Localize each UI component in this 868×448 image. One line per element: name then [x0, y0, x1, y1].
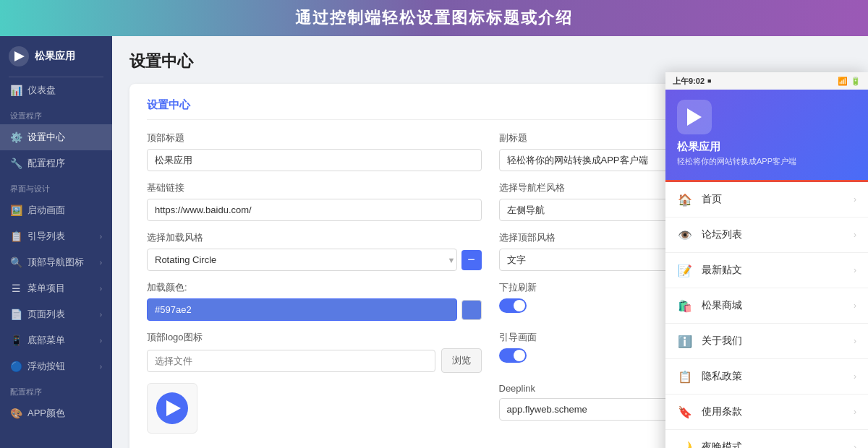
- sidebar-item-guide[interactable]: 📋 引导列表 ›: [0, 223, 112, 249]
- nav-chevron: ›: [100, 259, 102, 267]
- sidebar-item-app-color[interactable]: 🎨 APP颜色: [0, 400, 112, 426]
- sidebar-item-label-nav: 顶部导航图标: [27, 256, 84, 269]
- phone-menu-item-about[interactable]: ℹ️ 关于我们 ›: [665, 324, 868, 359]
- form-group-logo: 顶部logo图标 浏览: [147, 331, 482, 373]
- phone-post-icon: 📝: [677, 262, 693, 278]
- sidebar-item-label-configure: 配置程序: [27, 157, 65, 170]
- splash-icon: 🖼️: [10, 204, 22, 216]
- bottom-chevron: ›: [100, 337, 102, 345]
- sidebar-item-page-list[interactable]: 📄 页面列表 ›: [0, 301, 112, 327]
- phone-terms-label: 使用条款: [702, 405, 845, 418]
- phone-menu-item-forum[interactable]: 👁️ 论坛列表 ›: [665, 217, 868, 253]
- banner-text: 通过控制端轻松设置图标标题或介绍: [295, 7, 573, 29]
- sidebar-item-nav-icon[interactable]: 🔍 顶部导航图标 ›: [0, 249, 112, 275]
- sidebar-item-label-float: 浮动按钮: [27, 360, 65, 373]
- sidebar-item-label-dashboard: 仪表盘: [27, 84, 56, 97]
- section-label-settings: 设置程序: [0, 103, 112, 124]
- float-chevron: ›: [100, 363, 102, 371]
- phone-home-icon: 🏠: [677, 191, 693, 207]
- top-title-input[interactable]: [147, 149, 482, 171]
- sidebar-item-label-color: APP颜色: [27, 407, 65, 420]
- guide-icon: 📋: [10, 231, 22, 242]
- guide-toggle[interactable]: [499, 348, 527, 363]
- sidebar-item-dashboard[interactable]: 📊 仪表盘: [0, 77, 112, 103]
- bottom-menu-icon: 📱: [10, 335, 22, 346]
- color-input[interactable]: [147, 298, 457, 321]
- color-input-wrapper: [147, 298, 482, 321]
- phone-night-icon: 🌙: [677, 439, 693, 448]
- menu-icon: ☰: [10, 283, 22, 294]
- top-banner: 通过控制端轻松设置图标标题或介绍: [0, 0, 868, 36]
- load-style-select[interactable]: Rotating Circle: [147, 249, 457, 271]
- phone-privacy-label: 隐私政策: [702, 370, 845, 383]
- logo-preview: [147, 383, 197, 434]
- sidebar-item-splash[interactable]: 🖼️ 启动画面: [0, 197, 112, 223]
- settings-icon: ⚙️: [10, 132, 22, 143]
- file-input[interactable]: [147, 350, 435, 372]
- phone-night-label: 夜晚模式: [702, 441, 845, 448]
- phone-privacy-chevron: ›: [854, 371, 856, 382]
- form-group-load-style: 选择加载风格 Rotating Circle ▼ −: [147, 231, 482, 271]
- phone-post-label: 最新贴文: [702, 264, 845, 277]
- configure-icon: 🔧: [10, 158, 22, 169]
- sidebar-item-settings-center[interactable]: ⚙️ 设置中心: [0, 124, 112, 150]
- phone-logo-icon: [683, 105, 706, 129]
- phone-status-icons: 📶 🔋: [838, 77, 861, 86]
- color-swatch[interactable]: [461, 300, 482, 320]
- phone-menu-item-privacy[interactable]: 📋 隐私政策 ›: [665, 359, 868, 395]
- phone-app-header: 松果应用 轻松将你的网站转换成APP客户端: [665, 90, 868, 180]
- url-label: 基础链接: [147, 181, 482, 194]
- phone-home-chevron: ›: [854, 194, 856, 204]
- phone-app-desc: 轻松将你的网站转换成APP客户端: [677, 156, 856, 167]
- phone-menu-item-night[interactable]: 🌙 夜晚模式 ›: [665, 430, 868, 448]
- form-group-url: 基础链接: [147, 181, 482, 221]
- phone-menu-item-home[interactable]: 🏠 首页 ›: [665, 182, 868, 217]
- phone-time: 上午9:02: [673, 76, 705, 87]
- phone-app-name: 松果应用: [677, 140, 856, 154]
- phone-menu: 🏠 首页 › 👁️ 论坛列表 › 📝 最新贴文 › 🛍️ 松果商城 › ℹ️: [665, 182, 868, 448]
- phone-shop-chevron: ›: [854, 301, 856, 311]
- sidebar-item-label-settings: 设置中心: [27, 131, 65, 144]
- float-icon: 🔵: [10, 361, 22, 372]
- phone-terms-chevron: ›: [854, 407, 856, 417]
- phone-night-chevron: ›: [854, 442, 856, 448]
- app-logo-icon: [9, 46, 29, 66]
- phone-about-label: 关于我们: [702, 335, 845, 348]
- phone-status-bar: 上午9:02 ■ 📶 🔋: [665, 72, 868, 90]
- svg-marker-4: [687, 108, 702, 126]
- sidebar-item-label-menu: 菜单项目: [27, 282, 65, 295]
- phone-menu-item-posts[interactable]: 📝 最新贴文 ›: [665, 253, 868, 288]
- sidebar-item-menu[interactable]: ☰ 菜单项目 ›: [0, 275, 112, 301]
- page-list-icon: 📄: [10, 309, 22, 320]
- phone-post-chevron: ›: [854, 265, 856, 275]
- phone-signal-icon: ■: [707, 77, 711, 85]
- form-group-logo-preview: [147, 383, 482, 434]
- page-title: 设置中心: [129, 51, 851, 72]
- load-style-label: 选择加载风格: [147, 231, 482, 244]
- top-title-label: 顶部标题: [147, 132, 482, 145]
- sidebar-item-float[interactable]: 🔵 浮动按钮 ›: [0, 353, 112, 379]
- browse-button[interactable]: 浏览: [441, 348, 482, 373]
- phone-terms-icon: 🔖: [677, 404, 693, 420]
- phone-shop-label: 松果商城: [702, 299, 845, 312]
- phone-about-icon: ℹ️: [677, 333, 693, 349]
- sidebar-item-bottom-menu[interactable]: 📱 底部菜单 ›: [0, 327, 112, 353]
- phone-menu-item-shop[interactable]: 🛍️ 松果商城 ›: [665, 288, 868, 324]
- form-group-color: 加载颜色:: [147, 281, 482, 321]
- pull-refresh-toggle[interactable]: [499, 298, 527, 313]
- sidebar-item-label-splash: 启动画面: [27, 204, 65, 217]
- color-icon: 🎨: [10, 408, 22, 419]
- phone-menu-item-terms[interactable]: 🔖 使用条款 ›: [665, 395, 868, 430]
- phone-overlay: 上午9:02 ■ 📶 🔋 松果应用 轻松将你的网站转换成APP客户端 🏠 首页: [665, 72, 868, 448]
- load-style-select-wrapper: Rotating Circle ▼ −: [147, 249, 482, 271]
- sidebar-item-label-bottom: 底部菜单: [27, 334, 65, 347]
- phone-privacy-icon: 📋: [677, 369, 693, 384]
- phone-app-icon: [677, 100, 712, 134]
- sidebar-item-configure[interactable]: 🔧 配置程序: [0, 150, 112, 176]
- load-style-minus-button[interactable]: −: [461, 250, 482, 270]
- guide-chevron: ›: [100, 233, 102, 241]
- url-input[interactable]: [147, 199, 482, 221]
- phone-forum-chevron: ›: [854, 230, 856, 240]
- sidebar-logo-text: 松果应用: [35, 50, 75, 63]
- phone-shop-icon: 🛍️: [677, 298, 693, 314]
